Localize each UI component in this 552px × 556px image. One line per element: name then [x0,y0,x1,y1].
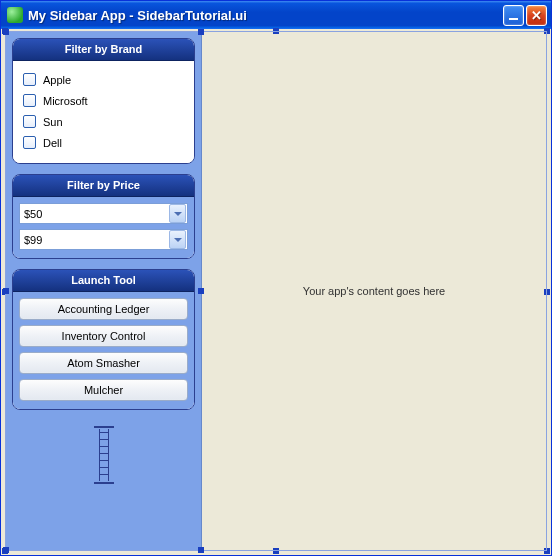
window-frame: My Sidebar App - SidebarTutorial.ui ✕ Fi… [0,0,552,556]
selection-handle[interactable] [3,547,9,553]
selection-handle[interactable] [3,288,9,294]
brand-checkbox-row[interactable]: Apple [23,69,184,90]
chevron-down-icon[interactable] [169,204,186,223]
checkbox-icon[interactable] [23,94,36,107]
tool-button-accounting[interactable]: Accounting Ledger [19,298,188,320]
price-filter-panel: Filter by Price $50 $99 [12,174,195,259]
brand-filter-panel: Filter by Brand Apple Microsoft Sun [12,38,195,164]
brand-checkbox-row[interactable]: Sun [23,111,184,132]
checkbox-label: Microsoft [43,95,88,107]
select-value: $50 [20,208,169,220]
selection-handle[interactable] [198,29,204,35]
tool-button-mulcher[interactable]: Mulcher [19,379,188,401]
checkbox-label: Sun [43,116,63,128]
price-from-select[interactable]: $50 [19,203,188,224]
selection-handle[interactable] [3,29,9,35]
launch-tool-panel: Launch Tool Accounting Ledger Inventory … [12,269,195,410]
selection-handle[interactable] [198,288,204,294]
panel-title: Filter by Brand [13,39,194,61]
select-value: $99 [20,234,169,246]
brand-checkbox-row[interactable]: Dell [23,132,184,153]
selection-handle[interactable] [198,547,204,553]
checkbox-icon[interactable] [23,115,36,128]
close-button[interactable]: ✕ [526,5,547,26]
design-canvas[interactable]: Filter by Brand Apple Microsoft Sun [5,31,547,551]
brand-checkbox-row[interactable]: Microsoft [23,90,184,111]
content-placeholder-text: Your app's content goes here [303,285,445,297]
titlebar[interactable]: My Sidebar App - SidebarTutorial.ui ✕ [1,1,551,29]
checkbox-label: Apple [43,74,71,86]
spring-glue-icon[interactable] [97,426,111,484]
window-title: My Sidebar App - SidebarTutorial.ui [28,8,503,23]
checkbox-icon[interactable] [23,73,36,86]
tool-button-inventory[interactable]: Inventory Control [19,325,188,347]
price-to-select[interactable]: $99 [19,229,188,250]
chevron-down-icon[interactable] [169,230,186,249]
panel-title: Filter by Price [13,175,194,197]
checkbox-icon[interactable] [23,136,36,149]
minimize-button[interactable] [503,5,524,26]
sidebar: Filter by Brand Apple Microsoft Sun [6,32,202,550]
client-area: Filter by Brand Apple Microsoft Sun [1,29,551,555]
panel-title: Launch Tool [13,270,194,292]
checkbox-label: Dell [43,137,62,149]
app-icon [7,7,23,23]
content-area[interactable]: Your app's content goes here [202,32,546,550]
tool-button-atom[interactable]: Atom Smasher [19,352,188,374]
